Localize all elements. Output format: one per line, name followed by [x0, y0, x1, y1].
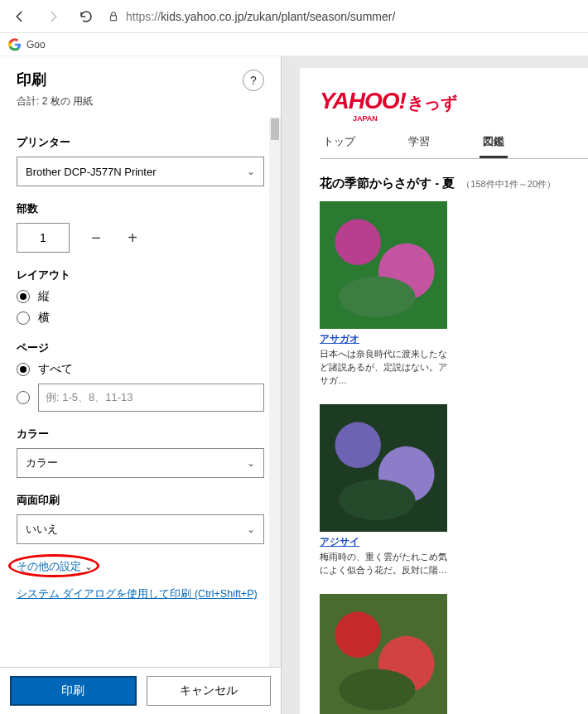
result-count: （158件中1件～20件）	[461, 178, 556, 191]
refresh-button[interactable]	[75, 5, 98, 28]
plant-grid: アサガオ日本へは奈良時代に渡来したなど諸説あるが、定説はない。アサガ… アジサイ…	[320, 201, 588, 714]
color-select[interactable]: カラー ⌄	[17, 448, 264, 478]
radio-unchecked-icon	[17, 311, 30, 325]
radio-unchecked-icon	[17, 391, 30, 404]
print-preview: YAHOO! きっず JAPAN トップ学習図鑑 花の季節からさがす - 夏 （…	[282, 56, 588, 714]
preview-page: YAHOO! きっず JAPAN トップ学習図鑑 花の季節からさがす - 夏 （…	[300, 68, 588, 714]
radio-checked-icon	[17, 363, 30, 376]
cancel-button[interactable]: キャンセル	[147, 676, 272, 706]
svg-point-2	[335, 220, 380, 265]
bookmark-label[interactable]: Goo	[27, 39, 46, 51]
copies-input[interactable]	[17, 223, 70, 253]
lock-icon	[108, 11, 119, 22]
pages-label: ページ	[17, 340, 264, 355]
sheet-count: 合計: 2 枚の 用紙	[0, 94, 281, 117]
yahoo-kids-logo: YAHOO! きっず	[320, 88, 588, 114]
svg-point-8	[339, 480, 415, 520]
plant-title[interactable]: アサガオ	[320, 332, 447, 346]
page-heading: 花の季節からさがす - 夏	[320, 176, 455, 191]
svg-point-12	[339, 669, 415, 710]
forward-button	[41, 5, 65, 28]
copies-label: 部数	[17, 201, 264, 216]
logo-japan: JAPAN	[353, 114, 588, 123]
chevron-down-icon: ⌄	[247, 523, 255, 535]
copies-increment[interactable]: +	[123, 228, 142, 248]
color-label: カラー	[17, 427, 264, 441]
svg-point-10	[335, 611, 380, 657]
plant-thumbnail	[320, 594, 447, 714]
print-button[interactable]: 印刷	[10, 676, 137, 706]
tab-トップ[interactable]: トップ	[320, 129, 359, 158]
print-dialog: 印刷 ? 合計: 2 枚の 用紙 プリンター Brother DCP-J577N…	[0, 56, 282, 714]
svg-point-6	[335, 422, 380, 467]
plant-title[interactable]: アジサイ	[320, 535, 447, 549]
pages-range-radio[interactable]: 例: 1-5、8、11-13	[17, 384, 264, 412]
nav-tabs: トップ学習図鑑	[320, 129, 588, 159]
svg-point-4	[339, 277, 415, 317]
plant-card[interactable]: イチゴ現在の栽培イチゴは、北米東部原産種と南北米西部の野生イチゴと…	[320, 594, 447, 714]
printer-select[interactable]: Brother DCP-J577N Printer ⌄	[17, 157, 264, 186]
copies-decrement[interactable]: −	[86, 228, 106, 248]
tab-図鑑[interactable]: 図鑑	[480, 129, 508, 158]
duplex-select[interactable]: いいえ ⌄	[17, 514, 264, 544]
back-button[interactable]	[8, 5, 31, 28]
layout-portrait-radio[interactable]: 縦	[17, 289, 264, 304]
panel-scrollbar[interactable]	[269, 117, 281, 667]
duplex-label: 両面印刷	[17, 493, 264, 508]
url-path: kids.yahoo.co.jp/zukan/plant/season/summ…	[161, 10, 395, 23]
print-dialog-title: 印刷	[17, 70, 46, 89]
tab-学習[interactable]: 学習	[405, 129, 433, 158]
more-settings-link[interactable]: その他の設定 ⌄	[17, 559, 93, 574]
address-bar[interactable]: https://kids.yahoo.co.jp/zukan/plant/sea…	[108, 10, 580, 23]
url-scheme: https://	[126, 10, 161, 23]
plant-card[interactable]: アサガオ日本へは奈良時代に渡来したなど諸説あるが、定説はない。アサガ…	[320, 201, 447, 388]
help-button[interactable]: ?	[243, 70, 264, 91]
chevron-down-icon: ⌄	[84, 561, 93, 572]
plant-desc: 日本へは奈良時代に渡来したなど諸説あるが、定説はない。アサガ…	[320, 348, 447, 388]
system-dialog-link[interactable]: システム ダイアログを使用して印刷 (Ctrl+Shift+P)	[17, 587, 258, 601]
radio-checked-icon	[17, 290, 30, 303]
plant-thumbnail	[320, 201, 447, 329]
plant-thumbnail	[320, 404, 447, 532]
plant-card[interactable]: アジサイ梅雨時の、重く雲がたれこめ気によく似合う花だ。反対に陽…	[320, 404, 447, 577]
svg-rect-0	[111, 15, 117, 20]
chevron-down-icon: ⌄	[247, 457, 255, 469]
pages-range-input[interactable]: 例: 1-5、8、11-13	[38, 384, 264, 412]
printer-label: プリンター	[17, 135, 264, 150]
layout-label: レイアウト	[17, 268, 264, 282]
pages-all-radio[interactable]: すべて	[17, 362, 264, 377]
layout-landscape-radio[interactable]: 横	[17, 311, 264, 326]
plant-desc: 梅雨時の、重く雲がたれこめ気によく似合う花だ。反対に陽…	[320, 551, 447, 577]
chevron-down-icon: ⌄	[247, 166, 255, 177]
google-favicon	[8, 38, 22, 51]
